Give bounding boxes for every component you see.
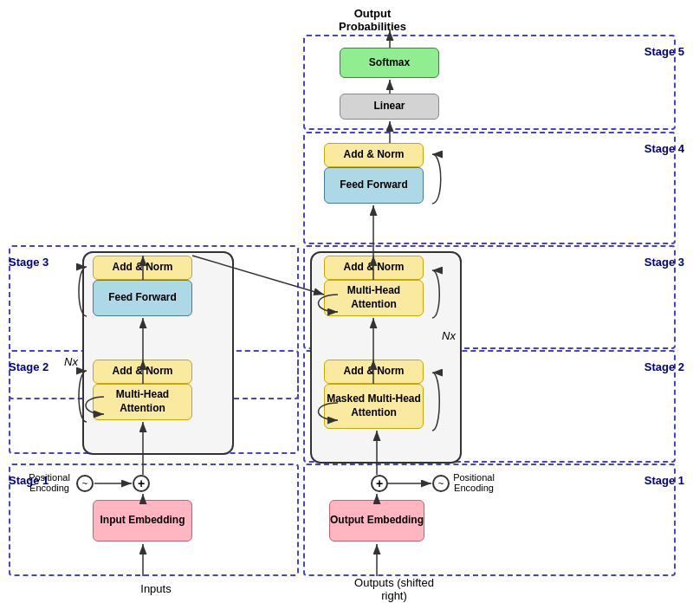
masked-multi-head-attention: Masked Multi-Head Attention bbox=[324, 384, 424, 429]
softmax-block: Softmax bbox=[340, 48, 439, 78]
positional-encoding-right-label: Positional Encoding bbox=[444, 472, 504, 493]
add-norm-decoder-mha: Add & Norm bbox=[324, 256, 424, 280]
feed-forward-decoder: Feed Forward bbox=[324, 167, 424, 204]
add-norm-encoder-mha: Add & Norm bbox=[93, 360, 192, 384]
stage1-right-label: Stage 1 bbox=[644, 474, 684, 487]
add-norm-decoder-ff: Add & Norm bbox=[324, 143, 424, 167]
inputs-label: Inputs bbox=[121, 582, 191, 595]
nx-label-left: Nx bbox=[64, 355, 78, 368]
stage3-right-label: Stage 3 bbox=[644, 256, 684, 269]
stage4-label: Stage 4 bbox=[644, 142, 684, 155]
output-probabilities-label: Output Probabilities bbox=[321, 7, 424, 33]
stage3-left-label: Stage 3 bbox=[9, 256, 49, 269]
add-norm-encoder-ff: Add & Norm bbox=[93, 256, 192, 280]
output-embedding-block: Output Embedding bbox=[329, 500, 424, 541]
positional-encoding-left-label: Positional Encoding bbox=[19, 472, 80, 493]
multi-head-attention-decoder: Multi-Head Attention bbox=[324, 280, 424, 316]
stage2-right-label: Stage 2 bbox=[644, 360, 684, 373]
plus-right: + bbox=[371, 475, 388, 492]
input-embedding-block: Input Embedding bbox=[93, 500, 192, 541]
plus-left: + bbox=[133, 475, 150, 492]
feed-forward-encoder: Feed Forward bbox=[93, 280, 192, 316]
multi-head-attention-encoder: Multi-Head Attention bbox=[93, 384, 192, 420]
diagram-container: Stage 5 Stage 4 Stage 3 Stage 3 Stage 2 … bbox=[0, 0, 693, 616]
nx-label-right: Nx bbox=[442, 329, 456, 342]
add-norm-masked: Add & Norm bbox=[324, 360, 424, 384]
stage5-label: Stage 5 bbox=[644, 45, 684, 58]
linear-block: Linear bbox=[340, 94, 439, 120]
stage2-left-label: Stage 2 bbox=[9, 360, 49, 373]
outputs-label: Outputs (shifted right) bbox=[342, 576, 446, 602]
